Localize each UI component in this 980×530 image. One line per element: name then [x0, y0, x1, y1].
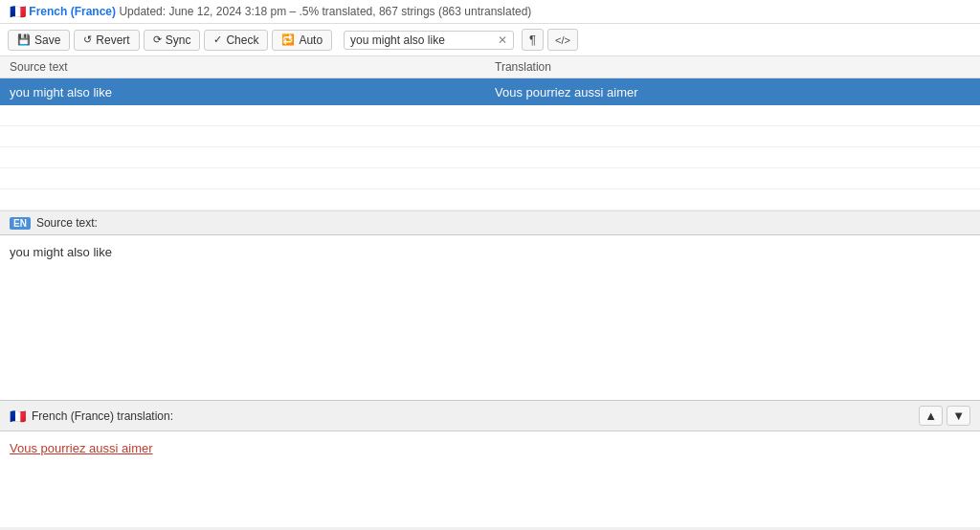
auto-label: Auto — [299, 33, 323, 47]
translation-panel-label: French (France) translation: — [32, 409, 173, 423]
source-panel-header: EN Source text: — [0, 211, 980, 235]
main-content: Source text Translation you might also l… — [0, 56, 980, 527]
revert-button[interactable]: ↺ Revert — [74, 30, 139, 51]
save-icon: 💾 — [17, 33, 31, 46]
check-label: Check — [226, 33, 258, 47]
save-label: Save — [34, 33, 60, 47]
copy-up-button[interactable]: ▲ — [919, 406, 943, 426]
check-button[interactable]: ✓ Check — [204, 30, 268, 51]
empty-row — [0, 189, 980, 210]
source-panel-label: Source text: — [36, 216, 98, 230]
copy-down-button[interactable]: ▼ — [947, 406, 970, 426]
empty-row — [0, 168, 980, 189]
cell-source: you might also like — [10, 85, 485, 99]
search-input[interactable] — [350, 33, 494, 47]
check-icon: ✓ — [213, 33, 222, 46]
sync-icon: ⟳ — [153, 33, 162, 46]
status-text: Updated: June 12, 2024 3:18 pm – .5% tra… — [119, 5, 531, 18]
empty-row — [0, 105, 980, 126]
copy-down-icon: ▼ — [952, 409, 965, 423]
revert-icon: ↺ — [83, 33, 92, 46]
auto-button[interactable]: 🔁 Auto — [272, 30, 332, 51]
empty-row — [0, 126, 980, 147]
copy-up-icon: ▲ — [924, 409, 937, 423]
revert-label: Revert — [96, 33, 129, 47]
status-bar: 🇫🇷 French (France) Updated: June 12, 202… — [0, 0, 980, 24]
source-text-content: you might also like — [0, 235, 980, 400]
source-text-value: you might also like — [10, 245, 112, 259]
sync-label: Sync — [166, 33, 191, 47]
translation-flag: 🇫🇷 — [10, 409, 26, 424]
empty-row — [0, 147, 980, 168]
save-button[interactable]: 💾 Save — [8, 30, 70, 51]
toolbar: 💾 Save ↺ Revert ⟳ Sync ✓ Check 🔁 Auto ✕ … — [0, 24, 980, 56]
translation-panel-actions: ▲ ▼ — [919, 406, 970, 426]
translation-table: Source text Translation you might also l… — [0, 56, 980, 211]
col-translation-header: Translation — [485, 60, 970, 74]
en-badge: EN — [10, 217, 31, 230]
code-icon: </> — [555, 34, 570, 46]
translation-text-content[interactable]: Vous pourriez aussi aimer — [0, 431, 980, 527]
pilcrow-button[interactable]: ¶ — [522, 29, 544, 51]
pilcrow-icon: ¶ — [529, 33, 536, 47]
translation-value: Vous pourriez aussi aimer — [10, 441, 153, 455]
language-name: French (France) — [29, 5, 116, 18]
search-clear-icon[interactable]: ✕ — [494, 33, 507, 47]
sync-button[interactable]: ⟳ Sync — [144, 30, 201, 51]
search-box: ✕ — [344, 31, 514, 50]
auto-icon: 🔁 — [281, 33, 295, 46]
code-button[interactable]: </> — [547, 29, 578, 51]
translation-panel-header: 🇫🇷 French (France) translation: ▲ ▼ — [0, 400, 980, 431]
cell-translation: Vous pourriez aussi aimer — [485, 85, 970, 99]
translation-panel-label-group: 🇫🇷 French (France) translation: — [10, 409, 173, 424]
language-flag: 🇫🇷 — [10, 4, 26, 19]
table-header: Source text Translation — [0, 56, 980, 78]
table-row[interactable]: you might also like Vous pourriez aussi … — [0, 78, 980, 105]
col-source-header: Source text — [10, 60, 485, 74]
